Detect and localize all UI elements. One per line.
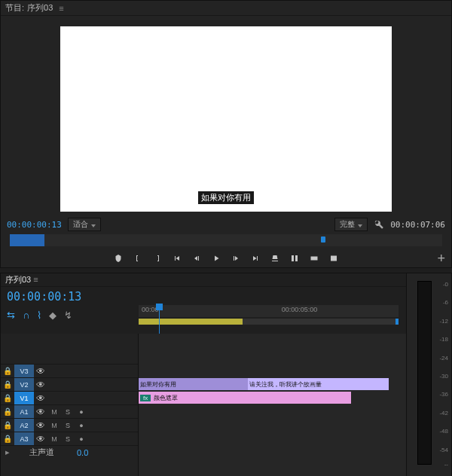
track-header-column: 🔒 V3 👁 🔒 V2 👁 🔒 V1 👁 🔒 A1 👁 — [1, 334, 139, 476]
program-sequence-name: 序列03 — [27, 2, 53, 14]
track-name[interactable]: A2 — [14, 419, 34, 432]
hamburger-icon[interactable]: ≡ — [59, 4, 63, 13]
lock-icon[interactable]: 🔒 — [1, 435, 14, 443]
master-track[interactable]: ▸ 主声道 0.0 — [1, 445, 138, 459]
eye-icon[interactable]: 👁 — [34, 434, 47, 444]
zoom-dropdown[interactable]: 适合 — [68, 218, 101, 231]
lane-v2[interactable]: 如果对你有用 请关注我，听我讲个故画量 — [139, 377, 451, 391]
mute-button[interactable]: M — [47, 408, 61, 416]
solo-button[interactable]: S — [61, 408, 75, 416]
lock-icon[interactable]: 🔒 — [1, 367, 14, 375]
program-scrub-bar[interactable] — [10, 234, 442, 246]
program-monitor: 节目: 序列03 ≡ 如果对你有用 00:00:00:13 适合 完整 00:0… — [0, 0, 452, 268]
track-name[interactable]: A1 — [14, 405, 34, 418]
meter-tick: -30 — [439, 373, 448, 380]
solo-button[interactable]: S — [61, 435, 75, 443]
out-bracket-icon[interactable] — [152, 253, 163, 264]
timeline-workbar[interactable] — [139, 319, 399, 325]
work-area-end-handle[interactable] — [396, 319, 399, 325]
program-title-prefix: 节目: — [5, 2, 24, 14]
meter-tick: -36 — [439, 391, 448, 398]
lock-icon[interactable]: 🔒 — [1, 421, 14, 429]
program-out-marker[interactable] — [321, 236, 325, 243]
marker-add-icon[interactable]: ◆ — [49, 310, 56, 321]
go-to-in-icon[interactable] — [172, 253, 182, 264]
marker-icon[interactable] — [113, 253, 124, 264]
lock-icon[interactable]: 🔒 — [1, 394, 14, 402]
eye-icon[interactable]: 👁 — [34, 420, 47, 431]
timeline-tab[interactable]: 序列03 — [5, 274, 38, 285]
program-timecode-current[interactable]: 00:00:00:13 — [7, 220, 62, 230]
mute-button[interactable]: M — [47, 435, 61, 443]
track-header-a1[interactable]: 🔒 A1 👁 M S ● — [1, 404, 138, 418]
track-name[interactable]: V1 — [14, 392, 34, 404]
track-header-a3[interactable]: 🔒 A3 👁 M S ● — [1, 432, 138, 445]
eye-icon[interactable]: 👁 — [34, 393, 47, 404]
program-header: 节目: 序列03 ≡ — [1, 1, 451, 16]
wrench-icon[interactable]: ↯ — [64, 310, 72, 321]
magnet-icon[interactable]: ∩ — [23, 310, 29, 321]
clip-v1[interactable]: fx 颜色遮罩 — [139, 392, 351, 404]
work-area-range[interactable] — [139, 319, 243, 325]
lane-a3[interactable] — [139, 432, 451, 445]
track-header-v2[interactable]: 🔒 V2 👁 — [1, 377, 138, 391]
program-caption: 如果对你有用 — [198, 191, 254, 204]
meter-well[interactable] — [417, 281, 432, 465]
in-bracket-icon[interactable] — [133, 253, 143, 264]
mute-button[interactable]: M — [47, 422, 61, 429]
clip-v2-b[interactable]: 请关注我，听我讲个故画量 — [248, 378, 389, 390]
snap-icon[interactable]: ⇆ — [7, 310, 15, 321]
lock-icon[interactable]: 🔒 — [1, 380, 14, 389]
eye-icon[interactable]: 👁 — [34, 407, 47, 417]
timeline-header: 序列03 — [1, 273, 451, 287]
go-to-out-icon[interactable] — [250, 253, 261, 264]
program-scrub-playhead[interactable] — [10, 234, 44, 246]
timeline-ruler[interactable]: 00:00 00:00:05:00 — [139, 305, 399, 317]
clip-label: 如果对你有用 — [140, 380, 176, 389]
mic-icon[interactable]: ● — [75, 408, 88, 416]
track-header-v1[interactable]: 🔒 V1 👁 — [1, 391, 138, 404]
mic-icon[interactable]: ● — [75, 435, 88, 443]
lane-v3[interactable] — [139, 364, 451, 377]
meter-tick: -42 — [439, 410, 448, 416]
track-header-a2[interactable]: 🔒 A2 👁 M S ● — [1, 418, 138, 432]
chevron-down-icon — [358, 221, 362, 229]
program-canvas[interactable]: 如果对你有用 — [60, 26, 392, 212]
master-value[interactable]: 0.0 — [77, 448, 88, 457]
button-editor-plus-icon[interactable]: + — [437, 251, 445, 267]
meter-tick: -54 — [439, 447, 448, 453]
eye-icon[interactable]: 👁 — [34, 380, 47, 390]
step-fwd-icon[interactable] — [231, 253, 241, 264]
eye-icon[interactable]: 👁 — [34, 366, 47, 377]
audio-meters: -0 -6 -12 -18 -24 -30 -36 -42 -48 -54 -- — [406, 273, 451, 476]
expand-icon[interactable]: ▸ — [1, 447, 14, 457]
timeline-timecode[interactable]: 00:00:00:13 — [1, 287, 451, 307]
fx-badge: fx — [140, 395, 151, 401]
lane-v1[interactable]: fx 颜色遮罩 — [139, 391, 451, 404]
track-name[interactable]: A3 — [14, 432, 34, 445]
zoom-dropdown-label: 适合 — [73, 219, 88, 230]
export-frame-icon[interactable] — [328, 253, 339, 264]
insert-icon[interactable] — [289, 253, 300, 264]
settings-wrench-icon[interactable] — [374, 219, 384, 230]
lift-icon[interactable] — [270, 253, 280, 264]
play-icon[interactable] — [211, 253, 221, 264]
solo-button[interactable]: S — [61, 422, 75, 429]
track-header-v3[interactable]: 🔒 V3 👁 — [1, 364, 138, 377]
meter-tick: -48 — [439, 428, 448, 435]
mic-icon[interactable]: ● — [75, 422, 88, 429]
lane-a2[interactable] — [139, 418, 451, 432]
meter-tick: -6 — [443, 299, 448, 306]
lock-icon[interactable]: 🔒 — [1, 407, 14, 416]
track-name[interactable]: V3 — [14, 365, 34, 377]
step-back-icon[interactable] — [191, 253, 202, 264]
overwrite-icon[interactable] — [309, 253, 319, 264]
track-lanes[interactable]: 如果对你有用 请关注我，听我讲个故画量 fx 颜色遮罩 — [139, 334, 451, 476]
clip-v2-a[interactable]: 如果对你有用 — [139, 378, 248, 390]
track-name[interactable]: V2 — [14, 378, 34, 391]
resolution-dropdown[interactable]: 完整 — [334, 218, 368, 231]
lane-a1[interactable] — [139, 404, 451, 418]
meter-scale: -0 -6 -12 -18 -24 -30 -36 -42 -48 -54 -- — [433, 281, 448, 465]
resolution-dropdown-label: 完整 — [340, 219, 355, 230]
link-icon[interactable]: ⌇ — [37, 310, 41, 321]
